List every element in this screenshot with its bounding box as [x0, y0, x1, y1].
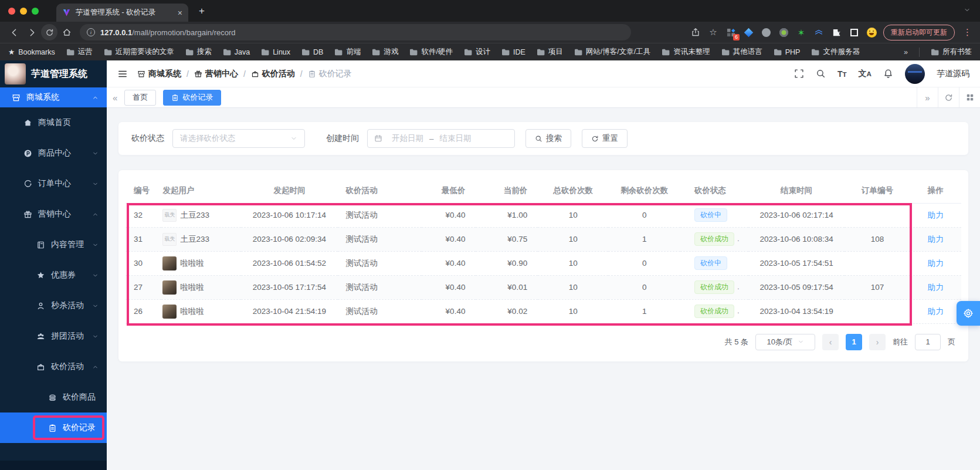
- language-icon[interactable]: 文A: [859, 69, 872, 79]
- tab-close-icon[interactable]: ×: [178, 9, 182, 17]
- site-info-icon[interactable]: i: [87, 28, 95, 36]
- collapse-menu-icon[interactable]: [117, 69, 128, 79]
- browser-tab[interactable]: 芋道管理系统 - 砍价记录 ×: [56, 4, 188, 22]
- sidebar: 芋道管理系统 商城系统 商城首页 商品中心 订单中心 营销中心: [0, 60, 107, 470]
- stack-extension-icon[interactable]: [813, 26, 825, 38]
- bell-icon[interactable]: [883, 69, 893, 79]
- window-close-button[interactable]: [8, 8, 15, 15]
- bookmark-folder[interactable]: 网站/博客/文章/工具: [574, 47, 650, 57]
- bookmark-folder[interactable]: 其他语言: [721, 47, 762, 57]
- green-dot-extension-icon[interactable]: [778, 26, 789, 38]
- window-minimize-button[interactable]: [20, 8, 27, 15]
- next-page-button[interactable]: ›: [869, 334, 886, 350]
- sidebar-item-groupbuy-activity[interactable]: 拼团活动: [0, 321, 107, 351]
- search-button[interactable]: 搜索: [525, 129, 571, 148]
- bookmark-folder[interactable]: IDE: [501, 48, 525, 56]
- bookmark-folder[interactable]: PHP: [774, 48, 801, 56]
- bookmark-label: 设计: [476, 47, 490, 57]
- username[interactable]: 芋道源码: [937, 69, 969, 79]
- sidebar-item-seckill-activity[interactable]: 秒杀活动: [0, 290, 107, 321]
- bookmark-folder[interactable]: Linux: [261, 48, 290, 56]
- bookmark-folder[interactable]: 文件服务器: [811, 47, 860, 57]
- reset-button[interactable]: 重置: [582, 129, 628, 148]
- bookmark-folder[interactable]: 设计: [464, 47, 490, 57]
- sidebar-item-mall-home[interactable]: 商城首页: [0, 107, 107, 138]
- extension-grid-icon[interactable]: 6: [725, 26, 737, 38]
- reload-icon[interactable]: [41, 24, 57, 40]
- current-page-button[interactable]: 1: [846, 334, 862, 350]
- settings-gear-button[interactable]: [957, 301, 980, 326]
- page-tab-bargain-record[interactable]: 砍价记录: [163, 90, 221, 106]
- sidebar-item-product-center[interactable]: 商品中心: [0, 138, 107, 168]
- goto-page-input[interactable]: [915, 334, 941, 350]
- star-extension-icon[interactable]: ✶: [795, 26, 807, 38]
- sidebar-item-bargain-product[interactable]: 砍价商品: [0, 382, 107, 412]
- page-size-select[interactable]: 10条/页: [755, 334, 815, 350]
- assist-link[interactable]: 助力: [928, 283, 944, 292]
- bookmark-folder[interactable]: 游戏: [372, 47, 398, 57]
- sidebar-item-order-center[interactable]: 订单中心: [0, 168, 107, 199]
- assist-link[interactable]: 助力: [928, 235, 944, 244]
- assist-link[interactable]: 助力: [928, 259, 944, 268]
- bookmark-label: Java: [235, 48, 250, 56]
- bookmark-folder[interactable]: DB: [301, 48, 323, 56]
- breadcrumb-item-current: 砍价记录: [308, 69, 352, 79]
- bookmark-folder[interactable]: 搜索: [185, 47, 212, 57]
- bookmarks-overflow-chevron[interactable]: »: [904, 48, 908, 56]
- forward-icon[interactable]: [23, 24, 40, 40]
- font-size-icon[interactable]: TT: [837, 69, 847, 79]
- share-icon[interactable]: [690, 26, 701, 38]
- bookmark-folder[interactable]: 资讯未整理: [662, 47, 710, 57]
- search-icon[interactable]: [816, 69, 826, 79]
- app-logo[interactable]: 芋道管理系统: [0, 60, 107, 87]
- restart-update-button[interactable]: 重新启动即可更新: [883, 25, 955, 40]
- sidebar-item-coupon[interactable]: 优惠券: [0, 260, 107, 290]
- status-badge: 砍价中: [694, 208, 727, 222]
- prev-page-button[interactable]: ‹: [822, 334, 839, 350]
- all-bookmarks[interactable]: 所有书签: [931, 47, 972, 57]
- bookmark-folder[interactable]: 近期需要读的文章: [104, 47, 174, 57]
- browser-menu-icon[interactable]: ⋮: [961, 27, 974, 38]
- bookmark-folder[interactable]: 运营: [66, 47, 93, 57]
- layout-grid-icon[interactable]: [959, 87, 980, 107]
- user-avatar[interactable]: [905, 64, 925, 84]
- fullscreen-icon[interactable]: [794, 69, 804, 79]
- table-row: 26 啦啦啦 2023-10-04 21:54:19 测试活动 ¥0.40 ¥0…: [126, 299, 961, 323]
- emoji-extension-icon[interactable]: [866, 26, 877, 38]
- gray-extension-icon[interactable]: [760, 26, 772, 38]
- devtools-extension-icon[interactable]: [742, 26, 754, 38]
- new-tab-button[interactable]: +: [194, 4, 209, 19]
- window-zoom-button[interactable]: [32, 8, 39, 15]
- breadcrumb-item[interactable]: 商城系统: [137, 69, 181, 79]
- bookmark-star-icon[interactable]: ☆: [707, 26, 719, 38]
- bookmarks-manager[interactable]: ★ Bookmarks: [8, 48, 55, 56]
- sidebar-item-mall-system[interactable]: 商城系统: [0, 87, 107, 107]
- bookmark-folder[interactable]: Java: [223, 48, 250, 56]
- assist-link[interactable]: 助力: [928, 211, 944, 219]
- refresh-icon[interactable]: [938, 87, 959, 107]
- square-extension-icon[interactable]: [848, 26, 860, 38]
- main-area: 商城系统 / 营销中心 / 砍价活动 / 砍价记录: [107, 60, 980, 470]
- search-button-label: 搜索: [546, 133, 562, 144]
- sidebar-item-label: 优惠券: [51, 270, 76, 280]
- sidebar-item-marketing-center[interactable]: 营销中心: [0, 199, 107, 229]
- bookmark-folder[interactable]: 项目: [537, 47, 563, 57]
- status-select[interactable]: 请选择砍价状态: [172, 129, 305, 148]
- sidebar-item-content-management[interactable]: 内容管理: [0, 229, 107, 260]
- breadcrumb-item[interactable]: 砍价活动: [251, 69, 295, 79]
- page-tab-home[interactable]: 首页: [124, 90, 156, 106]
- bookmark-folder[interactable]: 软件/硬件: [409, 47, 452, 57]
- tab-search-chevron-icon[interactable]: [964, 6, 971, 13]
- back-icon[interactable]: [6, 24, 22, 40]
- url-bar[interactable]: i 127.0.0.1/mall/promotion/bargain/recor…: [80, 24, 631, 40]
- sidebar-item-bargain-record[interactable]: 砍价记录: [0, 412, 107, 443]
- tabs-scroll-right[interactable]: »: [917, 87, 938, 107]
- sidebar-item-bargain-activity[interactable]: 砍价活动: [0, 351, 107, 382]
- bookmark-folder[interactable]: 前端: [334, 47, 361, 57]
- assist-link[interactable]: 助力: [928, 307, 944, 316]
- home-icon[interactable]: [59, 24, 75, 40]
- puzzle-extension-icon[interactable]: [830, 26, 842, 38]
- date-range-picker[interactable]: 开始日期 – 结束日期: [367, 129, 515, 148]
- tabs-scroll-left[interactable]: «: [113, 93, 117, 103]
- breadcrumb-item[interactable]: 营销中心: [194, 69, 238, 79]
